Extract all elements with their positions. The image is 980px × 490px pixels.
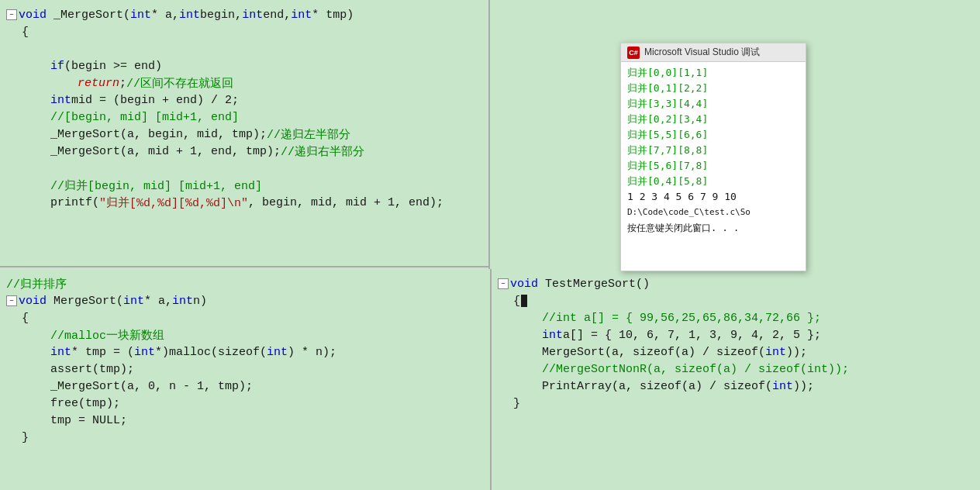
line-brace-close-3: } xyxy=(492,395,980,412)
line-mergesort-right: _MergeSort(a, mid + 1, end, tmp); //递归右半… xyxy=(0,143,488,160)
func-name-mergesort: _MergeSort( xyxy=(53,9,130,22)
console-line-hint: 按任意键关闭此窗口. . . xyxy=(627,220,799,236)
line-if: if (begin >= end) xyxy=(0,57,488,74)
console-title: Microsoft Visual Studio 调试 xyxy=(644,46,760,59)
console-line-8: 归并[0,4][5,8] xyxy=(627,174,799,189)
line-mergesort-sizeof: MergeSort(a, sizeof(a) / sizeof(int)); xyxy=(492,343,980,361)
console-line-1: 归并[0,0][1,1] xyxy=(627,65,799,81)
console-line-4: 归并[0,2][3,4] xyxy=(627,112,799,127)
console-line-3: 归并[3,3][4,4] xyxy=(627,96,799,112)
top-panel: – void _MergeSort(int* a, int begin, int… xyxy=(0,0,488,267)
line-array-def: int a[] = { 10, 6, 7, 1, 3, 9, 4, 2, 5 }… xyxy=(492,326,980,343)
line-tmp-null: tmp = NULL; xyxy=(0,412,488,429)
console-line-6: 归并[7,7][8,8] xyxy=(627,143,799,158)
line-brace-open-2: { xyxy=(0,309,488,326)
line-comment-malloc: //malloc一块新数组 xyxy=(0,326,488,343)
line-blank-1 xyxy=(0,40,488,57)
console-line-2: 归并[0,1][2,2] xyxy=(627,81,799,96)
console-window: C# Microsoft Visual Studio 调试 归并[0,0][1,… xyxy=(620,43,806,271)
console-line-path: D:\Code\code_C\test.c\So xyxy=(627,205,799,220)
console-titlebar: C# Microsoft Visual Studio 调试 xyxy=(621,43,806,62)
line-comment-nonr: //MergeSortNonR(a, sizeof(a) / sizeof(in… xyxy=(492,361,980,378)
console-content: 归并[0,0][1,1] 归并[0,1][2,2] 归并[3,3][4,4] 归… xyxy=(621,62,806,239)
keyword-int2: int xyxy=(179,9,200,22)
bottom-left-panel: //归并排序 – void MergeSort(int* a, int n) {… xyxy=(0,269,488,490)
line-printarray: PrintArray(a, sizeof(a) / sizeof(int)); xyxy=(492,378,980,395)
keyword-int4: int xyxy=(291,9,312,22)
line-brace-open-1: { xyxy=(0,23,488,40)
console-line-5: 归并[5,5][6,6] xyxy=(627,127,799,143)
line-brace-close-2: } xyxy=(0,429,488,446)
keyword-void: void xyxy=(19,9,47,22)
line-section-comment: //归并排序 xyxy=(0,275,488,292)
line-int-mid: int mid = (begin + end) / 2; xyxy=(0,91,488,109)
line-mergesort-def: – void MergeSort(int* a, int n) xyxy=(0,292,488,309)
collapse-icon-3[interactable]: – xyxy=(498,278,509,289)
vertical-divider xyxy=(488,0,490,269)
vs-icon: C# xyxy=(627,47,640,59)
keyword-int3: int xyxy=(242,9,263,22)
code-area: – void _MergeSort(int* a, int begin, int… xyxy=(0,0,980,490)
line-return: return; //区间不存在就返回 xyxy=(0,74,488,91)
line-brace-open-3: { xyxy=(492,292,980,309)
line-comment-merge: //归并[begin, mid] [mid+1, end] xyxy=(0,177,488,194)
collapse-icon-1[interactable]: – xyxy=(6,9,17,20)
collapse-icon-2[interactable]: – xyxy=(6,295,17,306)
bottom-right-panel: – void TestMergeSort() { //int a[] = { 9… xyxy=(490,269,980,490)
console-line-result: 1 2 3 4 5 6 7 9 10 xyxy=(627,189,799,205)
line-comment-array: //int a[] = { 99,56,25,65,86,34,72,66 }; xyxy=(492,309,980,326)
line-mergesort-call: _MergeSort(a, 0, n - 1, tmp); xyxy=(0,378,488,395)
line-func-def: – void _MergeSort(int* a, int begin, int… xyxy=(0,6,488,23)
line-comment-begin-mid: //[begin, mid] [mid+1, end] xyxy=(0,109,488,126)
cursor xyxy=(521,295,527,307)
line-tmp-malloc: int* tmp = (int*)malloc(sizeof(int) * n)… xyxy=(0,343,488,361)
line-mergesort-left: _MergeSort(a, begin, mid, tmp); //递归左半部分 xyxy=(0,126,488,143)
line-blank-2 xyxy=(0,160,488,177)
keyword-int1: int xyxy=(130,9,151,22)
line-testmergesort-def: – void TestMergeSort() xyxy=(492,275,980,292)
line-printf: printf("归并[%d,%d][%d,%d]\n", begin, mid,… xyxy=(0,194,488,211)
line-assert: assert(tmp); xyxy=(0,361,488,378)
line-free: free(tmp); xyxy=(0,395,488,412)
console-line-7: 归并[5,6][7,8] xyxy=(627,158,799,174)
